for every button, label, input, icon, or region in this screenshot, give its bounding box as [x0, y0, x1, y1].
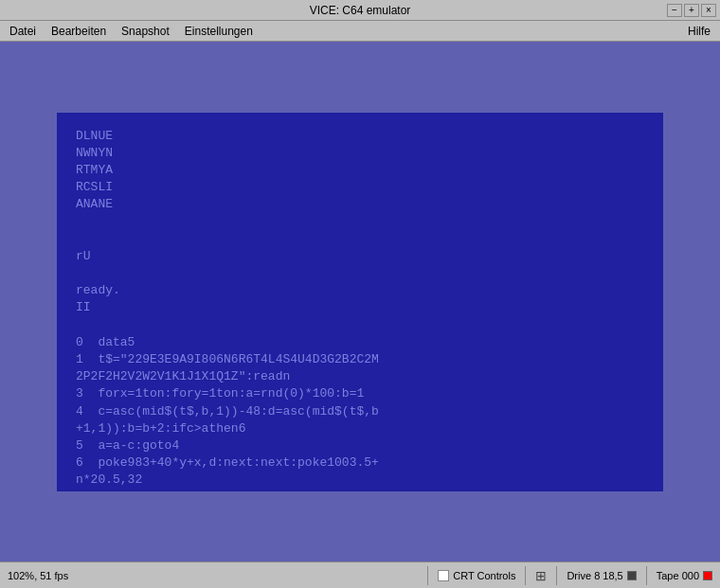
menu-bar: Datei Bearbeiten Snapshot Einstellungen … [0, 21, 720, 42]
drive-led [627, 571, 637, 580]
crt-controls: CRT Controls [438, 570, 515, 581]
window-controls: − + × [667, 4, 716, 17]
grid-icon: ⊞ [535, 568, 547, 583]
status-bar: 102%, 51 fps CRT Controls ⊞ Drive 8 18,5… [0, 561, 720, 588]
separator-3 [556, 566, 557, 585]
crt-label: CRT Controls [453, 570, 515, 581]
menu-snapshot[interactable]: Snapshot [114, 23, 177, 40]
tape-led [703, 571, 712, 580]
tape-status: Tape 000 [657, 570, 712, 581]
grid-icon-item: ⊞ [535, 568, 547, 583]
drive-status: Drive 8 18,5 [567, 570, 636, 581]
menu-einstellungen[interactable]: Einstellungen [177, 23, 261, 40]
separator-1 [427, 566, 428, 585]
c64-screen[interactable]: DLNUE NWNYN RTMYA RCSLI ANANE rU ready. … [57, 113, 663, 491]
maximize-button[interactable]: + [684, 4, 699, 17]
crt-checkbox[interactable] [438, 570, 449, 581]
title-bar: VICE: C64 emulator − + × [0, 0, 720, 21]
window-title: VICE: C64 emulator [53, 4, 667, 17]
drive-label: Drive 8 18,5 [567, 570, 622, 581]
separator-4 [646, 566, 647, 585]
menu-bearbeiten[interactable]: Bearbeiten [44, 23, 114, 40]
minimize-button[interactable]: − [667, 4, 682, 17]
tape-label: Tape 000 [657, 570, 699, 581]
menu-datei[interactable]: Datei [2, 23, 44, 40]
close-button[interactable]: × [701, 4, 716, 17]
c64-screen-content: DLNUE NWNYN RTMYA RCSLI ANANE rU ready. … [76, 128, 644, 491]
status-fps: 102%, 51 fps [8, 570, 418, 581]
menu-hilfe[interactable]: Hilfe [680, 23, 718, 40]
emulator-area: DLNUE NWNYN RTMYA RCSLI ANANE rU ready. … [0, 42, 720, 561]
separator-2 [525, 566, 526, 585]
